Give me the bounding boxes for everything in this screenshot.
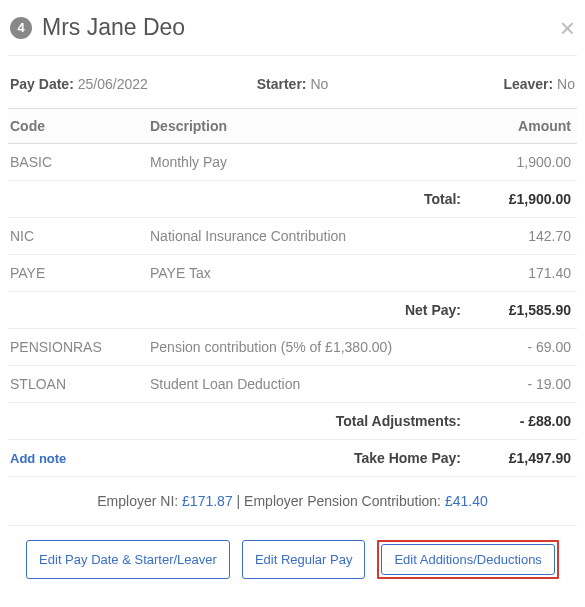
netpay-label: Net Pay: (148, 292, 467, 329)
cell-desc: Student Loan Deduction (148, 366, 467, 403)
takehome-label: Take Home Pay: (148, 440, 467, 477)
cell-amount: - 19.00 (467, 366, 577, 403)
footer-divider (8, 525, 577, 526)
pay-date-label: Pay Date: (10, 76, 74, 92)
cell-empty (8, 181, 148, 218)
leaver-label: Leaver: (503, 76, 553, 92)
starter-value: No (310, 76, 328, 92)
adjustments-label: Total Adjustments: (148, 403, 467, 440)
cell-amount: 142.70 (467, 218, 577, 255)
leaver-value: No (557, 76, 575, 92)
employee-number-badge: 4 (10, 17, 32, 39)
payslip-modal: 4 Mrs Jane Deo × Pay Date: 25/06/2022 St… (0, 0, 585, 593)
employer-pension-label: Employer Pension Contribution: (244, 493, 445, 509)
employer-contrib-row: Employer NI: £171.87 | Employer Pension … (8, 477, 577, 521)
col-description: Description (148, 109, 467, 144)
total-label: Total: (148, 181, 467, 218)
cell-empty (8, 292, 148, 329)
edit-additions-deductions-button[interactable]: Edit Additions/Deductions (381, 544, 554, 575)
row-paye: PAYE PAYE Tax 171.40 (8, 255, 577, 292)
cell-code: PAYE (8, 255, 148, 292)
modal-header: 4 Mrs Jane Deo × (8, 10, 577, 56)
close-icon[interactable]: × (560, 15, 575, 41)
pay-meta-row: Pay Date: 25/06/2022 Starter: No Leaver:… (8, 70, 577, 108)
cell-code: BASIC (8, 144, 148, 181)
edit-paydate-button[interactable]: Edit Pay Date & Starter/Leaver (26, 540, 230, 579)
employer-ni-link[interactable]: £171.87 (182, 493, 233, 509)
row-netpay: Net Pay: £1,585.90 (8, 292, 577, 329)
row-takehome: Add note Take Home Pay: £1,497.90 (8, 440, 577, 477)
leaver-field: Leaver: No (358, 76, 575, 92)
cell-amount: 1,900.00 (467, 144, 577, 181)
adjustments-amount: - £88.00 (467, 403, 577, 440)
cell-code: NIC (8, 218, 148, 255)
table-header-row: Code Description Amount (8, 109, 577, 144)
highlight-box: Edit Additions/Deductions (377, 540, 558, 579)
cell-desc: Pension contribution (5% of £1,380.00) (148, 329, 467, 366)
pay-date-field: Pay Date: 25/06/2022 (10, 76, 227, 92)
col-amount: Amount (467, 109, 577, 144)
cell-desc: PAYE Tax (148, 255, 467, 292)
cell-desc: Monthly Pay (148, 144, 467, 181)
total-amount: £1,900.00 (467, 181, 577, 218)
edit-regular-pay-button[interactable]: Edit Regular Pay (242, 540, 366, 579)
starter-label: Starter: (257, 76, 307, 92)
row-stloan: STLOAN Student Loan Deduction - 19.00 (8, 366, 577, 403)
employee-name: Mrs Jane Deo (42, 14, 560, 41)
cell-empty (8, 403, 148, 440)
takehome-amount: £1,497.90 (467, 440, 577, 477)
employer-ni-label: Employer NI: (97, 493, 182, 509)
add-note-link[interactable]: Add note (10, 451, 66, 466)
netpay-amount: £1,585.90 (467, 292, 577, 329)
starter-field: Starter: No (227, 76, 357, 92)
cell-desc: National Insurance Contribution (148, 218, 467, 255)
pay-table: Code Description Amount BASIC Monthly Pa… (8, 108, 577, 477)
row-pension: PENSIONRAS Pension contribution (5% of £… (8, 329, 577, 366)
separator: | (233, 493, 244, 509)
cell-amount: - 69.00 (467, 329, 577, 366)
row-total: Total: £1,900.00 (8, 181, 577, 218)
row-basic: BASIC Monthly Pay 1,900.00 (8, 144, 577, 181)
cell-amount: 171.40 (467, 255, 577, 292)
cell-addnote: Add note (8, 440, 148, 477)
cell-code: PENSIONRAS (8, 329, 148, 366)
button-row: Edit Pay Date & Starter/Leaver Edit Regu… (8, 540, 577, 579)
pay-date-value: 25/06/2022 (78, 76, 148, 92)
row-adjustments: Total Adjustments: - £88.00 (8, 403, 577, 440)
col-code: Code (8, 109, 148, 144)
employer-pension-link[interactable]: £41.40 (445, 493, 488, 509)
row-nic: NIC National Insurance Contribution 142.… (8, 218, 577, 255)
cell-code: STLOAN (8, 366, 148, 403)
